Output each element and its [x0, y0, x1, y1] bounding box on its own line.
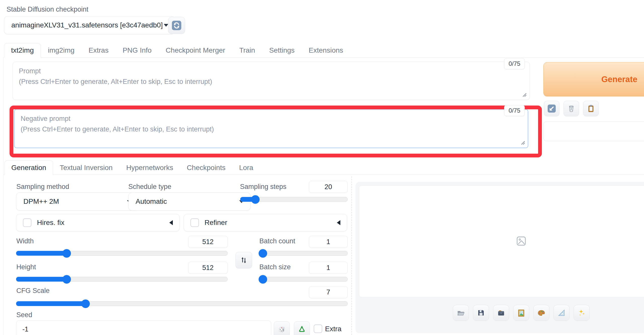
send-to-img2img-button[interactable]	[513, 305, 529, 321]
hires-fix-label: Hires. fix	[37, 219, 64, 227]
tab-settings[interactable]: Settings	[262, 43, 302, 58]
swap-dimensions-button[interactable]	[235, 252, 252, 269]
collapse-icon[interactable]	[169, 220, 173, 225]
height-label: Height	[16, 263, 36, 271]
width-value[interactable]: 512	[188, 236, 228, 248]
collapse-icon[interactable]	[337, 220, 340, 225]
sub-tabbar: Generation Textual Inversion Hypernetwor…	[5, 160, 260, 175]
sampling-steps-label: Sampling steps	[240, 183, 287, 191]
tab-hypernetworks[interactable]: Hypernetworks	[119, 160, 180, 175]
sampling-steps-value[interactable]: 20	[309, 181, 348, 193]
batch-size-value[interactable]: 1	[309, 262, 348, 274]
sampling-method-dropdown[interactable]: DPM++ 2M	[16, 192, 138, 211]
prompt-token-counter: 0/75	[504, 58, 525, 69]
resize-handle-icon[interactable]	[520, 140, 525, 145]
send-to-inpaint-button[interactable]	[533, 305, 549, 321]
refresh-checkpoint-button[interactable]	[168, 17, 185, 34]
panel-border	[3, 57, 4, 335]
sampling-steps-slider[interactable]	[240, 197, 348, 202]
tab-generation[interactable]: Generation	[5, 160, 53, 175]
tab-train[interactable]: Train	[232, 43, 262, 58]
batch-count-label: Batch count	[259, 237, 295, 245]
stable-diffusion-webui: Stable Diffusion checkpoint animagineXLV…	[0, 0, 644, 335]
clear-prompt-button[interactable]	[564, 101, 579, 116]
refiner-section[interactable]: Refiner	[184, 214, 347, 231]
prompt-input[interactable]	[13, 62, 530, 100]
open-folder-button[interactable]	[453, 305, 469, 321]
framed-picture-icon	[517, 308, 526, 317]
tab-lora[interactable]: Lora	[232, 160, 260, 175]
hires-fix-section[interactable]: Hires. fix	[16, 214, 180, 231]
tab-png-info[interactable]: PNG Info	[115, 43, 158, 58]
trash-icon	[567, 104, 576, 113]
palette-icon	[537, 308, 546, 317]
generate-button[interactable]: Generate	[543, 62, 644, 96]
recycle-icon	[297, 325, 306, 334]
slider-knob[interactable]	[259, 249, 267, 258]
image-placeholder-icon	[516, 236, 526, 246]
tab-checkpoints[interactable]: Checkpoints	[180, 160, 232, 175]
batch-count-slider[interactable]	[259, 251, 348, 256]
arrow-down-left-icon	[547, 104, 556, 113]
swap-arrows-icon	[239, 256, 248, 264]
cfg-scale-label: CFG Scale	[16, 287, 50, 295]
slider-knob[interactable]	[81, 299, 90, 308]
open-folder-icon	[456, 308, 465, 317]
random-seed-button[interactable]	[274, 321, 290, 335]
schedule-type-label: Schedule type	[128, 183, 171, 191]
schedule-type-dropdown[interactable]: Automatic	[128, 192, 251, 211]
archive-box-icon	[497, 308, 506, 317]
triangle-ruler-icon	[557, 308, 566, 317]
send-to-extras-button[interactable]	[553, 305, 570, 321]
batch-count-value[interactable]: 1	[309, 236, 348, 248]
tab-extensions[interactable]: Extensions	[302, 43, 350, 58]
extra-seed-label: Extra	[325, 325, 341, 333]
batch-size-slider[interactable]	[259, 277, 348, 282]
refiner-label: Refiner	[205, 219, 227, 227]
tab-img2img[interactable]: img2img	[41, 43, 82, 58]
hires-fix-checkbox[interactable]	[23, 218, 31, 227]
clipboard-icon	[586, 104, 595, 113]
dice-icon	[277, 325, 286, 334]
apply-styles-button[interactable]	[583, 101, 599, 116]
sampling-method-label: Sampling method	[16, 183, 69, 191]
seed-input[interactable]	[16, 320, 271, 335]
height-slider[interactable]	[16, 277, 228, 282]
cfg-scale-value[interactable]: 7	[309, 286, 348, 298]
seed-label: Seed	[16, 311, 32, 319]
tab-extras[interactable]: Extras	[82, 43, 115, 58]
slider-knob[interactable]	[251, 195, 260, 204]
cfg-scale-slider[interactable]	[16, 301, 348, 306]
slider-knob[interactable]	[62, 249, 71, 258]
column-divider	[351, 176, 352, 335]
resize-handle-icon[interactable]	[521, 92, 527, 97]
checkpoint-label: Stable Diffusion checkpoint	[7, 6, 88, 13]
checkpoint-dropdown[interactable]: animagineXLV31_v31.safetensors [e3c47aed…	[4, 16, 175, 34]
slider-knob[interactable]	[62, 275, 71, 284]
reuse-seed-button[interactable]	[294, 321, 310, 335]
slider-knob[interactable]	[259, 275, 267, 284]
styles-dropdown[interactable]	[543, 121, 644, 141]
result-gallery[interactable]	[359, 185, 644, 297]
chevron-down-icon	[164, 24, 168, 27]
height-value[interactable]: 512	[188, 262, 228, 274]
negative-prompt-input[interactable]	[14, 109, 528, 148]
extra-seed-checkbox[interactable]	[314, 324, 322, 333]
upscale-button[interactable]	[574, 305, 590, 321]
refiner-checkbox[interactable]	[190, 218, 199, 227]
tab-textual-inversion[interactable]: Textual Inversion	[53, 160, 119, 175]
paste-params-button[interactable]	[544, 101, 559, 116]
refresh-icon	[171, 20, 182, 31]
main-tabbar: txt2img img2img Extras PNG Info Checkpoi…	[4, 43, 350, 58]
width-slider[interactable]	[16, 251, 228, 256]
save-button[interactable]	[473, 305, 489, 321]
sparkles-icon	[577, 308, 586, 317]
save-zip-button[interactable]	[493, 305, 509, 321]
batch-size-label: Batch size	[259, 263, 291, 271]
tab-txt2img[interactable]: txt2img	[4, 43, 41, 58]
tab-checkpoint-merger[interactable]: Checkpoint Merger	[159, 43, 232, 58]
negative-prompt-token-counter: 0/75	[504, 105, 525, 116]
width-label: Width	[16, 237, 34, 245]
checkpoint-value: animagineXLV31_v31.safetensors [e3c47aed…	[11, 21, 164, 29]
save-icon	[476, 308, 486, 317]
